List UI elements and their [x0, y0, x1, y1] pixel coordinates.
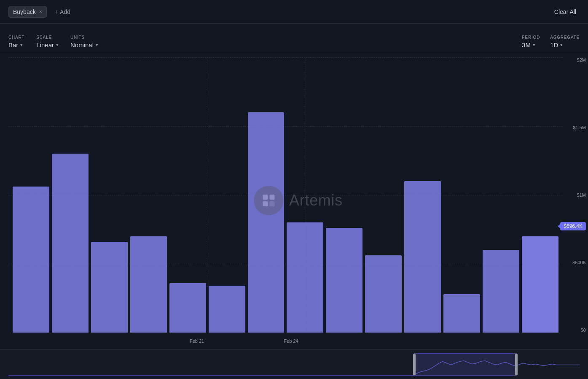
units-select[interactable]: Nominal ▾ [70, 41, 98, 49]
scale-label: SCALE [36, 35, 59, 40]
top-bar: Buyback × + Add Clear All [0, 0, 588, 24]
aggregate-chevron-icon: ▾ [560, 42, 563, 48]
bar-11 [443, 294, 480, 333]
scale-select[interactable]: Linear ▾ [36, 41, 59, 49]
chart-value: Bar [8, 41, 18, 49]
top-bar-left: Buyback × + Add [8, 6, 74, 18]
tag-label: Buyback [13, 8, 36, 15]
buyback-tag[interactable]: Buyback × [8, 6, 47, 18]
chart-label: CHART [8, 35, 24, 40]
period-select[interactable]: 3M ▾ [522, 41, 540, 49]
chart-inner: Artemis $2M$1.5M$1M$500K$0 Feb 21Feb 24 … [8, 57, 588, 349]
units-chevron-icon: ▾ [96, 42, 98, 48]
bar-1 [52, 154, 89, 333]
bar-0 [13, 187, 49, 333]
x-axis: Feb 21Feb 24 [8, 333, 563, 349]
value-tooltip: $696.4K [560, 222, 586, 230]
bars-container [8, 57, 563, 333]
y-label-4: $0 [581, 328, 586, 333]
y-axis: $2M$1.5M$1M$500K$0 [565, 57, 588, 333]
tag-close-icon[interactable]: × [39, 9, 42, 14]
add-button[interactable]: + Add [52, 6, 74, 17]
clear-all-button[interactable]: Clear All [551, 6, 580, 17]
minimap-range[interactable] [414, 353, 517, 376]
minimap-inner [8, 353, 580, 376]
bar-9 [365, 255, 402, 333]
bar-2 [91, 242, 128, 333]
controls-right: PERIOD 3M ▾ AGGREGATE 1D ▾ [522, 35, 580, 49]
chart-chevron-icon: ▾ [20, 42, 23, 48]
y-label-0: $2M [577, 57, 586, 62]
aggregate-value: 1D [550, 41, 558, 49]
bar-7 [287, 222, 323, 333]
minimap [0, 349, 588, 379]
period-control: PERIOD 3M ▾ [522, 35, 540, 49]
scale-chevron-icon: ▾ [56, 42, 59, 48]
units-value: Nominal [70, 41, 94, 49]
units-control: UNITS Nominal ▾ [70, 35, 98, 49]
chart-select[interactable]: Bar ▾ [8, 41, 24, 49]
range-handle-right[interactable] [515, 354, 518, 375]
period-chevron-icon: ▾ [533, 42, 535, 48]
aggregate-select[interactable]: 1D ▾ [550, 41, 580, 49]
scale-control: SCALE Linear ▾ [36, 35, 59, 49]
aggregate-label: AGGREGATE [550, 35, 580, 40]
bar-5 [209, 286, 245, 333]
controls-left: CHART Bar ▾ SCALE Linear ▾ UNITS Nominal… [8, 35, 98, 49]
controls-bar: CHART Bar ▾ SCALE Linear ▾ UNITS Nominal… [0, 24, 588, 53]
bar-6 [248, 112, 285, 333]
period-label: PERIOD [522, 35, 540, 40]
scale-value: Linear [36, 41, 54, 49]
y-label-1: $1.5M [573, 125, 586, 130]
aggregate-control: AGGREGATE 1D ▾ [550, 35, 580, 49]
bar-4 [169, 283, 206, 333]
period-value: 3M [522, 41, 531, 49]
bar-13 [522, 236, 558, 333]
y-label-2: $1M [577, 192, 586, 198]
bar-10 [404, 181, 441, 333]
bar-8 [326, 228, 362, 333]
bar-12 [483, 250, 519, 333]
x-label-0: Feb 21 [190, 338, 204, 344]
y-label-3: $500K [572, 260, 586, 265]
chart-control: CHART Bar ▾ [8, 35, 24, 49]
x-label-1: Feb 24 [284, 338, 298, 344]
chart-area: Artemis $2M$1.5M$1M$500K$0 Feb 21Feb 24 … [0, 53, 588, 349]
bar-3 [130, 236, 167, 333]
range-handle-left[interactable] [413, 354, 416, 375]
units-label: UNITS [70, 35, 98, 40]
